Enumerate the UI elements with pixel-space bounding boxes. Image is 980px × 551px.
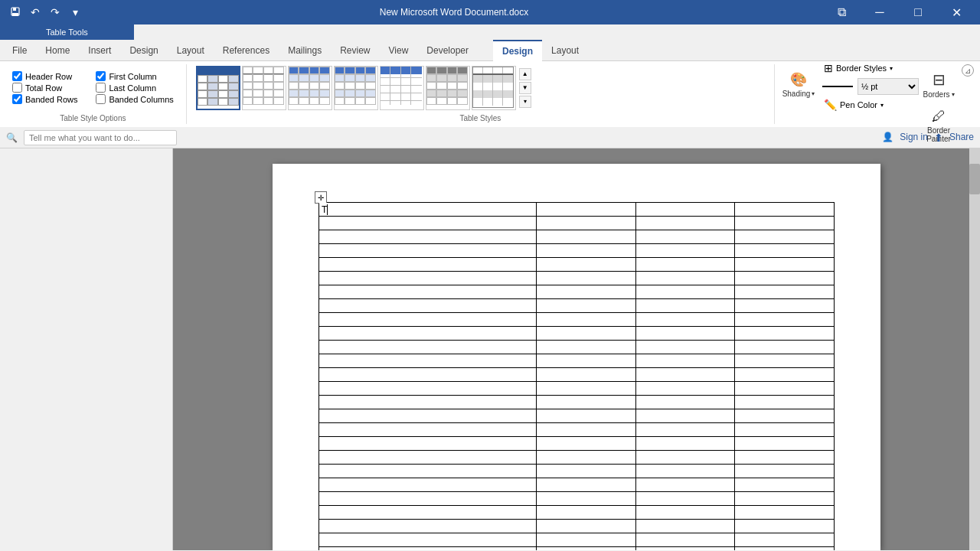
table-cell[interactable] <box>635 341 735 354</box>
table-cell[interactable] <box>735 341 835 354</box>
gallery-down-arrow[interactable]: ▼ <box>519 82 531 94</box>
tab-home[interactable]: Home <box>36 40 79 61</box>
table-cell[interactable] <box>735 313 835 327</box>
table-cell[interactable] <box>537 299 636 313</box>
table-cell[interactable] <box>537 382 636 396</box>
borders-dropdown-icon[interactable]: ▾ <box>952 91 955 98</box>
table-cell[interactable] <box>635 423 735 437</box>
restore-down-button[interactable]: ⧉ <box>824 0 859 24</box>
tab-insert[interactable]: Insert <box>79 40 120 61</box>
table-cell[interactable] <box>635 547 735 551</box>
table-cell[interactable] <box>735 217 835 230</box>
table-cell[interactable] <box>635 451 735 465</box>
table-cell[interactable] <box>319 465 537 478</box>
table-cell[interactable] <box>537 217 636 230</box>
last-column-option[interactable]: Last Column <box>96 83 173 93</box>
table-cell[interactable] <box>319 520 537 533</box>
tab-layout[interactable]: Layout <box>168 40 214 61</box>
table-cell[interactable] <box>735 272 835 285</box>
table-style-4[interactable] <box>334 66 378 110</box>
save-button[interactable] <box>6 3 24 21</box>
first-column-option[interactable]: First Column <box>96 71 173 81</box>
table-cell[interactable] <box>735 382 835 396</box>
table-style-plain[interactable] <box>196 66 240 110</box>
table-style-2[interactable] <box>242 66 286 110</box>
table-cell[interactable] <box>319 272 537 285</box>
table-cell[interactable] <box>319 533 537 547</box>
gallery-more-arrow[interactable]: ▾ <box>519 96 531 108</box>
table-cell[interactable] <box>319 437 537 451</box>
table-cell[interactable] <box>635 368 735 382</box>
table-cell[interactable] <box>635 230 735 244</box>
table-cell[interactable] <box>319 492 537 506</box>
table-cell[interactable] <box>635 409 735 423</box>
table-cell[interactable] <box>735 465 835 478</box>
table-cell[interactable] <box>319 478 537 492</box>
maximize-button[interactable]: □ <box>900 0 936 24</box>
table-cell[interactable] <box>735 368 835 382</box>
table-cell[interactable] <box>537 341 636 354</box>
table-cell[interactable] <box>537 520 636 533</box>
last-column-checkbox[interactable] <box>96 83 106 93</box>
table-cell[interactable] <box>537 313 636 327</box>
table-cell[interactable] <box>735 203 835 217</box>
scrollbar-thumb[interactable] <box>969 164 980 194</box>
table-cell[interactable] <box>735 492 835 506</box>
table-cell[interactable] <box>635 533 735 547</box>
table-cell[interactable] <box>537 423 636 437</box>
table-cell[interactable] <box>537 285 636 299</box>
table-cell[interactable] <box>537 203 636 217</box>
table-cell[interactable] <box>635 313 735 327</box>
gallery-up-arrow[interactable]: ▲ <box>519 68 531 80</box>
table-cell[interactable] <box>635 382 735 396</box>
border-styles-button[interactable]: ⊞ Border Styles ▾ <box>821 60 919 76</box>
total-row-checkbox[interactable] <box>12 83 22 93</box>
border-width-select[interactable]: ½ pt ¼ pt ¾ pt 1 pt 2 pt <box>858 78 919 95</box>
table-cell[interactable] <box>537 547 636 551</box>
share-button[interactable]: Share <box>949 132 974 144</box>
table-cell[interactable] <box>635 203 735 217</box>
close-button[interactable]: ✕ <box>939 0 974 24</box>
table-cell[interactable] <box>319 451 537 465</box>
table-cell[interactable] <box>635 299 735 313</box>
first-column-checkbox[interactable] <box>96 71 106 81</box>
table-cell[interactable] <box>537 272 636 285</box>
table-style-6[interactable] <box>426 66 470 110</box>
table-cell[interactable] <box>537 244 636 258</box>
table-cell[interactable] <box>735 327 835 341</box>
tab-table-design[interactable]: Design <box>493 40 542 61</box>
table-cell[interactable] <box>319 230 537 244</box>
table-cell[interactable] <box>537 437 636 451</box>
table-style-7[interactable] <box>472 66 516 110</box>
customize-button[interactable]: ▾ <box>66 3 84 21</box>
table-cell[interactable] <box>635 478 735 492</box>
table-cell[interactable] <box>319 217 537 230</box>
tab-developer[interactable]: Developer <box>417 40 478 61</box>
table-cell[interactable] <box>735 520 835 533</box>
tab-view[interactable]: View <box>380 40 418 61</box>
sign-in-button[interactable]: Sign in <box>900 132 928 144</box>
table-cell[interactable] <box>537 506 636 520</box>
table-cell[interactable] <box>319 313 537 327</box>
table-cell[interactable] <box>537 409 636 423</box>
border-styles-dropdown[interactable]: ▾ <box>890 65 893 72</box>
table-style-5[interactable] <box>380 66 424 110</box>
word-table[interactable]: T <box>318 202 835 550</box>
table-cell[interactable] <box>319 547 537 551</box>
table-cell[interactable] <box>319 299 537 313</box>
table-cell[interactable] <box>635 258 735 272</box>
tab-mailings[interactable]: Mailings <box>279 40 331 61</box>
borders-button[interactable]: ⊟ Borders ▾ <box>923 64 954 104</box>
table-cell[interactable] <box>635 354 735 368</box>
table-cell[interactable] <box>537 258 636 272</box>
redo-button[interactable]: ↷ <box>46 3 64 21</box>
table-cell[interactable] <box>735 396 835 409</box>
table-cell[interactable] <box>319 423 537 437</box>
table-cell[interactable] <box>635 437 735 451</box>
table-style-3[interactable] <box>288 66 332 110</box>
table-cell[interactable] <box>735 244 835 258</box>
table-cell[interactable] <box>319 354 537 368</box>
tab-file[interactable]: File <box>3 40 36 61</box>
table-cell[interactable] <box>537 533 636 547</box>
table-cell[interactable] <box>635 244 735 258</box>
